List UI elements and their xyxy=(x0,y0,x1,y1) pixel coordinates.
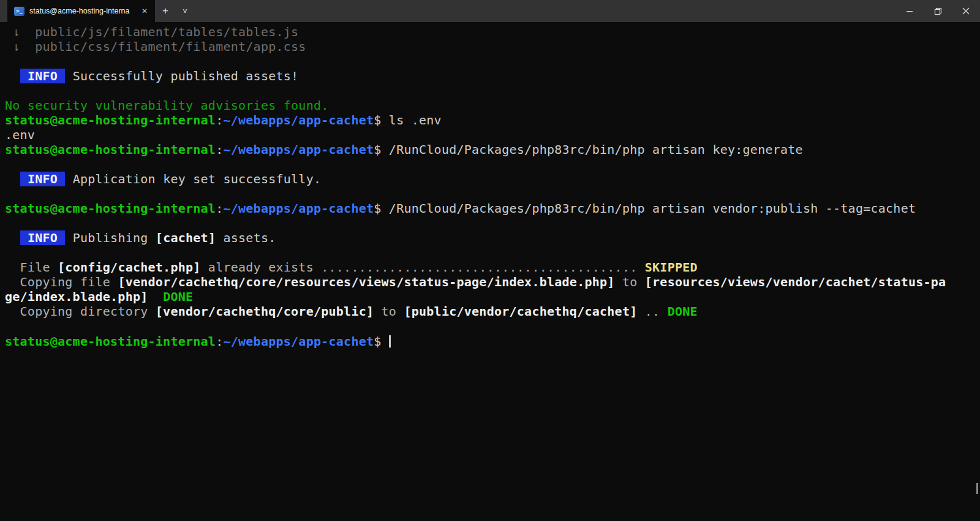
terminal-text xyxy=(5,172,20,186)
terminal-line: .env xyxy=(5,127,975,142)
terminal-text: $ xyxy=(374,142,381,157)
terminal-text: ........................................… xyxy=(321,260,637,275)
terminal-text xyxy=(148,289,164,304)
terminal-text: status@acme-hosting-internal xyxy=(5,334,216,349)
terminal-text: $ xyxy=(374,113,381,127)
terminal-line: Copying file [vendor/cachethq/core/resou… xyxy=(5,275,975,289)
terminal-line: status@acme-hosting-internal:~/webapps/a… xyxy=(5,113,975,127)
terminal-line: ⇂ public/js/filament/tables/tables.js xyxy=(5,25,975,39)
tab-close-button[interactable]: ✕ xyxy=(139,6,150,17)
tab-bar: >_ status@acme-hosting-interna ✕ + ˅ xyxy=(0,0,980,22)
titlebar-drag-area xyxy=(194,0,895,22)
new-tab-button[interactable]: + xyxy=(155,0,176,22)
terminal-text: $ xyxy=(374,201,381,216)
window-close-icon xyxy=(962,7,970,15)
terminal-text: ~/webapps/app-cachet xyxy=(223,113,374,127)
terminal-text: : xyxy=(216,201,223,216)
terminal-text: Copying directory xyxy=(5,304,156,319)
terminal-text: status@acme-hosting-internal xyxy=(5,142,216,157)
terminal-output: ⇂ public/js/filament/tables/tables.js ⇂ … xyxy=(5,25,975,348)
terminal-text: Application key set successfully. xyxy=(65,172,321,186)
terminal-text: status@acme-hosting-internal xyxy=(5,113,216,127)
terminal-line xyxy=(5,319,975,333)
terminal-text: INFO xyxy=(20,69,66,83)
terminal-text: ⇂ public/css/filament/filament/app.css xyxy=(5,39,306,54)
terminal-line: INFO Application key set successfully. xyxy=(5,172,975,186)
terminal-text: .. xyxy=(637,304,667,319)
terminal-text: [resources/views/vendor/cachet/status-pa xyxy=(645,275,946,289)
terminal-text: /RunCloud/Packages/php83rc/bin/php artis… xyxy=(382,142,803,157)
terminal-text xyxy=(5,69,20,83)
terminal-line: status@acme-hosting-internal:~/webapps/a… xyxy=(5,201,975,216)
terminal-text: File xyxy=(5,260,58,275)
tab-dropdown-button[interactable]: ˅ xyxy=(176,0,194,22)
terminal-text: ls .env xyxy=(382,113,442,127)
terminal-line xyxy=(5,186,975,201)
terminal-text: : xyxy=(216,113,223,127)
terminal-text: assets. xyxy=(216,230,276,245)
terminal-text: .env xyxy=(5,127,35,142)
terminal-line: status@acme-hosting-internal:~/webapps/a… xyxy=(5,142,975,157)
terminal-text: status@acme-hosting-internal xyxy=(5,201,216,216)
terminal-text: DONE xyxy=(163,289,193,304)
terminal-text: [vendor/cachethq/core/public] xyxy=(156,304,374,319)
terminal-text: No security vulnerability advisories fou… xyxy=(5,98,329,113)
minimize-button[interactable] xyxy=(895,0,924,22)
terminal-text: to xyxy=(374,304,404,319)
terminal-text xyxy=(382,334,389,349)
terminal-text: INFO xyxy=(20,230,66,245)
terminal-text: SKIPPED xyxy=(645,260,698,275)
terminal-line: status@acme-hosting-internal:~/webapps/a… xyxy=(5,333,975,348)
scrollbar-thumb[interactable] xyxy=(976,483,978,494)
terminal-text: [vendor/cachethq/core/resources/views/st… xyxy=(118,275,614,289)
terminal-line xyxy=(5,54,975,69)
terminal-tab[interactable]: >_ status@acme-hosting-interna ✕ xyxy=(7,0,155,22)
terminal-line xyxy=(5,83,975,98)
terminal-line: INFO Publishing [cachet] assets. xyxy=(5,230,975,245)
terminal-text: ge/index.blade.php] xyxy=(5,289,148,304)
restore-icon xyxy=(934,7,942,15)
terminal-text: DONE xyxy=(668,304,698,319)
terminal-line: ge/index.blade.php] DONE xyxy=(5,289,975,304)
terminal-line xyxy=(5,245,975,260)
terminal-viewport[interactable]: ⇂ public/js/filament/tables/tables.js ⇂ … xyxy=(0,22,980,521)
window-close-button[interactable] xyxy=(952,0,980,22)
terminal-text: ~/webapps/app-cachet xyxy=(223,142,374,157)
terminal-text: to xyxy=(615,275,645,289)
terminal-text: Copying file xyxy=(5,275,118,289)
terminal-text: INFO xyxy=(20,172,66,186)
terminal-line: No security vulnerability advisories fou… xyxy=(5,98,975,113)
terminal-line xyxy=(5,157,975,172)
terminal-line: ⇂ public/css/filament/filament/app.css xyxy=(5,39,975,54)
minimize-icon xyxy=(906,7,913,15)
terminal-text: Successfully published assets! xyxy=(65,69,298,83)
terminal-text: [public/vendor/cachethq/cachet] xyxy=(404,304,637,319)
terminal-text: ~/webapps/app-cachet xyxy=(223,201,374,216)
terminal-line: Copying directory [vendor/cachethq/core/… xyxy=(5,304,975,319)
powershell-icon: >_ xyxy=(14,7,24,16)
terminal-cursor xyxy=(389,335,391,348)
terminal-text: [cachet] xyxy=(156,230,216,245)
terminal-text xyxy=(637,260,644,275)
tab-title: status@acme-hosting-interna xyxy=(29,7,134,15)
terminal-text: /RunCloud/Packages/php83rc/bin/php artis… xyxy=(382,201,916,216)
terminal-line xyxy=(5,216,975,230)
terminal-text: ~/webapps/app-cachet xyxy=(223,334,374,349)
terminal-text: [config/cachet.php] xyxy=(58,260,201,275)
terminal-text xyxy=(5,230,20,245)
terminal-text: ⇂ public/js/filament/tables/tables.js xyxy=(5,25,298,39)
terminal-text: already exists xyxy=(201,260,322,275)
terminal-text: $ xyxy=(374,334,381,349)
terminal-line: File [config/cachet.php] already exists … xyxy=(5,260,975,275)
restore-button[interactable] xyxy=(924,0,952,22)
terminal-line: INFO Successfully published assets! xyxy=(5,69,975,83)
terminal-text: Publishing xyxy=(65,230,156,245)
terminal-text: : xyxy=(216,142,223,157)
terminal-text: : xyxy=(216,334,223,349)
